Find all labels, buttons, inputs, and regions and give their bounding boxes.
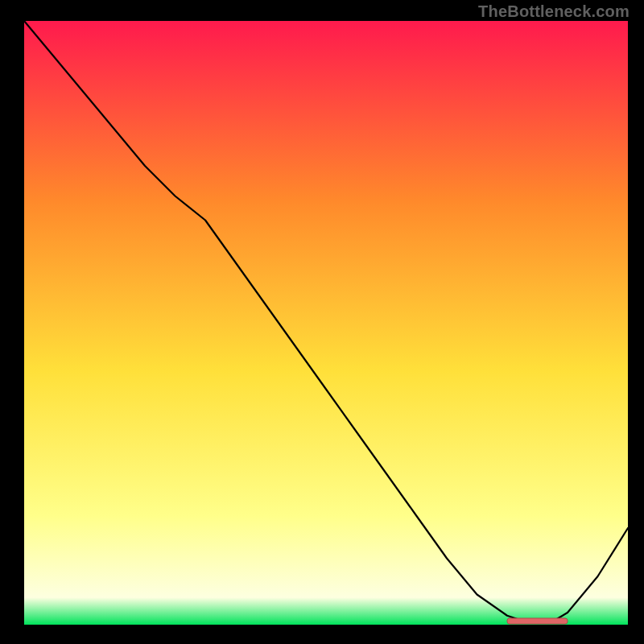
bottleneck-chart bbox=[0, 0, 644, 644]
gradient-background bbox=[24, 21, 628, 625]
watermark-text: TheBottleneck.com bbox=[478, 2, 630, 21]
optimum-marker bbox=[507, 618, 568, 624]
chart-frame: TheBottleneck.com bbox=[0, 0, 644, 644]
